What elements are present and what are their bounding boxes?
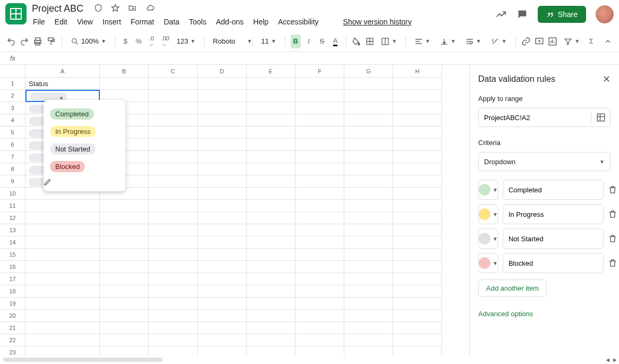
cell[interactable] <box>149 310 198 322</box>
option-value-input[interactable] <box>503 228 604 249</box>
cell[interactable] <box>26 298 100 310</box>
menu-data[interactable]: Data <box>164 18 180 26</box>
cell[interactable] <box>393 151 442 163</box>
col-header-F[interactable]: F <box>295 65 344 78</box>
cell[interactable] <box>247 139 295 151</box>
cell[interactable] <box>26 322 100 334</box>
cell[interactable] <box>295 212 344 224</box>
menu-accessibility[interactable]: Accessibility <box>278 18 318 26</box>
insert-comment-icon[interactable] <box>534 35 544 48</box>
cell[interactable] <box>295 139 344 151</box>
version-history-link[interactable]: Show version history <box>343 18 412 26</box>
dropdown-option[interactable]: Not Started <box>44 140 125 158</box>
cell[interactable] <box>344 175 393 188</box>
row-header-12[interactable]: 12 <box>0 212 26 224</box>
cell[interactable] <box>149 346 198 355</box>
close-icon[interactable]: ✕ <box>603 73 610 85</box>
dec-decrease-icon[interactable]: .0← <box>147 35 157 48</box>
cell[interactable] <box>247 334 295 346</box>
cell[interactable] <box>198 224 247 236</box>
cell[interactable] <box>295 310 344 322</box>
cell[interactable] <box>26 334 100 346</box>
cell[interactable] <box>149 322 198 334</box>
cell[interactable] <box>344 236 393 249</box>
row-header-21[interactable]: 21 <box>0 322 26 334</box>
cell[interactable] <box>149 78 198 90</box>
menu-help[interactable]: Help <box>253 18 269 26</box>
cell[interactable] <box>100 346 149 355</box>
cell[interactable] <box>393 175 442 188</box>
cell[interactable] <box>100 78 149 90</box>
cell[interactable] <box>344 261 393 273</box>
cell[interactable] <box>295 285 344 298</box>
cell[interactable] <box>344 346 393 355</box>
zoom-select[interactable]: 100%▼ <box>67 37 109 46</box>
functions-icon[interactable]: Σ <box>586 35 596 48</box>
cell[interactable] <box>149 139 198 151</box>
cell[interactable] <box>149 334 198 346</box>
cell[interactable] <box>247 78 295 90</box>
cell[interactable] <box>198 78 247 90</box>
cell[interactable] <box>295 346 344 355</box>
trash-icon[interactable] <box>608 258 617 268</box>
bottom-scrollbar[interactable] <box>0 355 619 364</box>
cell[interactable] <box>100 273 149 285</box>
dec-increase-icon[interactable]: .00→ <box>160 35 171 48</box>
cell[interactable] <box>295 188 344 200</box>
cell[interactable]: Status <box>26 78 100 90</box>
cell[interactable] <box>247 273 295 285</box>
chart-icon[interactable] <box>547 35 557 48</box>
menu-add-ons[interactable]: Add-ons <box>216 18 243 26</box>
cell[interactable] <box>344 298 393 310</box>
cell[interactable] <box>198 334 247 346</box>
cell[interactable] <box>247 298 295 310</box>
link-icon[interactable] <box>521 35 531 48</box>
wrap-button[interactable]: ▼ <box>462 37 485 46</box>
col-header-A[interactable]: A <box>26 65 100 78</box>
cell[interactable] <box>393 261 442 273</box>
fill-color-button[interactable] <box>351 35 361 48</box>
option-value-input[interactable] <box>503 180 604 200</box>
cell[interactable] <box>149 200 198 212</box>
cell[interactable] <box>198 298 247 310</box>
cell[interactable] <box>198 126 247 139</box>
cell[interactable] <box>295 163 344 175</box>
col-header-H[interactable]: H <box>393 65 442 78</box>
cell[interactable] <box>393 236 442 249</box>
cell[interactable] <box>393 200 442 212</box>
cell[interactable] <box>198 90 247 102</box>
cell[interactable] <box>295 273 344 285</box>
number-format-select[interactable]: 123▼ <box>174 37 199 45</box>
cell[interactable] <box>247 126 295 139</box>
cell[interactable] <box>247 236 295 249</box>
cell[interactable] <box>198 236 247 249</box>
cell[interactable] <box>26 200 100 212</box>
merge-button[interactable]: ▼ <box>378 37 400 46</box>
menu-file[interactable]: File <box>33 18 45 26</box>
cell[interactable] <box>100 310 149 322</box>
range-input[interactable] <box>479 114 591 122</box>
cell[interactable] <box>393 126 442 139</box>
row-header-4[interactable]: 4 <box>0 114 26 126</box>
italic-button[interactable]: I <box>304 35 314 48</box>
cell[interactable] <box>344 139 393 151</box>
cell[interactable] <box>393 346 442 355</box>
cell[interactable] <box>393 273 442 285</box>
cell[interactable] <box>198 200 247 212</box>
cell[interactable] <box>344 90 393 102</box>
cell[interactable] <box>149 102 198 114</box>
cell[interactable] <box>100 261 149 273</box>
cell[interactable] <box>295 90 344 102</box>
range-picker-icon[interactable] <box>591 113 610 122</box>
cell[interactable] <box>295 224 344 236</box>
cell[interactable] <box>100 285 149 298</box>
cell[interactable] <box>393 90 442 102</box>
cell[interactable] <box>247 175 295 188</box>
row-header-13[interactable]: 13 <box>0 224 26 236</box>
cell[interactable] <box>393 139 442 151</box>
shield-icon[interactable] <box>91 4 103 12</box>
cell[interactable] <box>247 163 295 175</box>
cell[interactable] <box>198 139 247 151</box>
cell[interactable] <box>149 224 198 236</box>
cell[interactable] <box>295 78 344 90</box>
